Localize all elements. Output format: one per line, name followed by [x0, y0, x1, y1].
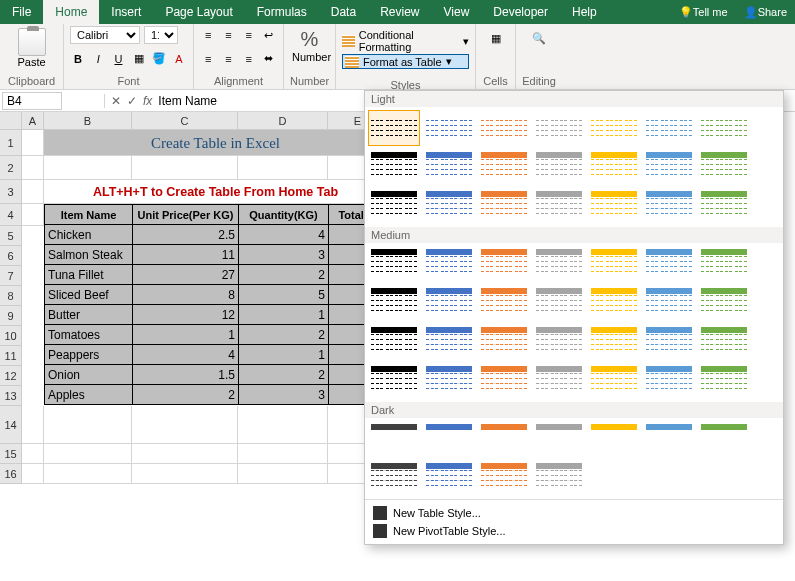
row-header-6[interactable]: 6 — [0, 246, 22, 266]
table-style-thumb[interactable] — [643, 285, 695, 321]
formula-input[interactable]: Item Name — [158, 94, 217, 108]
row-header-8[interactable]: 8 — [0, 286, 22, 306]
new-table-style[interactable]: New Table Style... — [373, 504, 775, 522]
tab-data[interactable]: Data — [319, 0, 368, 24]
table-style-thumb[interactable] — [643, 110, 695, 146]
table-style-thumb[interactable] — [368, 363, 420, 399]
font-color-button[interactable]: A — [171, 50, 187, 68]
table-style-thumb[interactable] — [478, 246, 530, 282]
tab-review[interactable]: Review — [368, 0, 431, 24]
table-style-thumb[interactable] — [698, 421, 750, 457]
table-style-thumb[interactable] — [478, 324, 530, 360]
table-cell[interactable]: 2.5 — [133, 225, 239, 245]
table-style-thumb[interactable] — [588, 421, 640, 457]
table-style-thumb[interactable] — [423, 110, 475, 146]
cells-button[interactable]: ▦ — [482, 26, 509, 45]
row-header-14[interactable]: 14 — [0, 406, 22, 444]
table-style-thumb[interactable] — [588, 363, 640, 399]
table-cell[interactable]: 4 — [239, 225, 329, 245]
align-center-button[interactable]: ≡ — [220, 50, 236, 68]
table-header[interactable]: Unit Price(Per KG) — [133, 205, 239, 225]
name-box[interactable] — [2, 92, 62, 110]
table-style-thumb[interactable] — [423, 149, 475, 185]
table-style-thumb[interactable] — [368, 460, 420, 496]
col-header-a[interactable]: A — [22, 112, 44, 130]
table-cell[interactable]: 27 — [133, 265, 239, 285]
table-style-thumb[interactable] — [698, 188, 750, 224]
table-style-thumb[interactable] — [368, 421, 420, 457]
table-style-thumb[interactable] — [533, 285, 585, 321]
table-style-thumb[interactable] — [423, 363, 475, 399]
tab-formulas[interactable]: Formulas — [245, 0, 319, 24]
align-right-button[interactable]: ≡ — [241, 50, 257, 68]
table-style-thumb[interactable] — [643, 363, 695, 399]
row-header-5[interactable]: 5 — [0, 226, 22, 246]
align-bottom-button[interactable]: ≡ — [241, 26, 257, 44]
table-style-thumb[interactable] — [588, 188, 640, 224]
tab-help[interactable]: Help — [560, 0, 609, 24]
table-style-thumb[interactable] — [533, 460, 585, 496]
tell-me[interactable]: 💡 Tell me — [671, 2, 736, 23]
table-style-thumb[interactable] — [588, 246, 640, 282]
table-style-thumb[interactable] — [478, 460, 530, 496]
table-style-thumb[interactable] — [698, 110, 750, 146]
table-style-thumb[interactable] — [533, 363, 585, 399]
table-cell[interactable]: 2 — [239, 325, 329, 345]
new-pivot-style[interactable]: New PivotTable Style... — [373, 522, 775, 540]
tab-insert[interactable]: Insert — [99, 0, 153, 24]
table-style-thumb[interactable] — [698, 246, 750, 282]
row-header-9[interactable]: 9 — [0, 306, 22, 326]
table-style-thumb[interactable] — [478, 188, 530, 224]
table-style-thumb[interactable] — [533, 246, 585, 282]
align-top-button[interactable]: ≡ — [200, 26, 216, 44]
border-button[interactable]: ▦ — [131, 50, 147, 68]
table-style-thumb[interactable] — [423, 246, 475, 282]
table-style-thumb[interactable] — [698, 363, 750, 399]
table-style-thumb[interactable] — [698, 324, 750, 360]
table-style-thumb[interactable] — [643, 188, 695, 224]
table-cell[interactable]: Salmon Steak — [45, 245, 133, 265]
table-cell[interactable]: 3 — [239, 385, 329, 405]
table-cell[interactable]: 1.5 — [133, 365, 239, 385]
table-cell[interactable]: 5 — [239, 285, 329, 305]
table-style-thumb[interactable] — [478, 421, 530, 457]
table-cell[interactable]: 11 — [133, 245, 239, 265]
align-left-button[interactable]: ≡ — [200, 50, 216, 68]
table-cell[interactable]: 2 — [239, 265, 329, 285]
font-name-select[interactable]: Calibri — [70, 26, 140, 44]
table-cell[interactable]: 1 — [239, 305, 329, 325]
subtitle-cell[interactable]: ALT+H+T to Create Table From Home Tab — [44, 180, 388, 204]
tab-developer[interactable]: Developer — [481, 0, 560, 24]
table-style-thumb[interactable] — [423, 460, 475, 496]
table-style-thumb[interactable] — [588, 110, 640, 146]
table-header[interactable]: Quantity(KG) — [239, 205, 329, 225]
table-style-thumb[interactable] — [478, 285, 530, 321]
table-style-thumb[interactable] — [423, 324, 475, 360]
table-cell[interactable]: 2 — [239, 365, 329, 385]
tab-page-layout[interactable]: Page Layout — [153, 0, 244, 24]
select-all-corner[interactable] — [0, 112, 22, 130]
table-style-thumb[interactable] — [588, 149, 640, 185]
row-header-15[interactable]: 15 — [0, 444, 22, 464]
table-style-thumb[interactable] — [533, 421, 585, 457]
col-header-c[interactable]: C — [132, 112, 238, 130]
row-header-16[interactable]: 16 — [0, 464, 22, 484]
table-style-thumb[interactable] — [643, 324, 695, 360]
table-cell[interactable]: Apples — [45, 385, 133, 405]
row-header-3[interactable]: 3 — [0, 180, 22, 204]
row-header-1[interactable]: 1 — [0, 130, 22, 156]
table-style-thumb[interactable] — [368, 324, 420, 360]
table-style-thumb[interactable] — [368, 110, 420, 146]
paste-button[interactable]: Paste — [6, 26, 57, 70]
bold-button[interactable]: B — [70, 50, 86, 68]
editing-button[interactable]: 🔍 — [522, 26, 556, 45]
table-style-thumb[interactable] — [698, 285, 750, 321]
table-header[interactable]: Item Name — [45, 205, 133, 225]
table-cell[interactable]: 8 — [133, 285, 239, 305]
merge-button[interactable]: ⬌ — [261, 50, 277, 68]
tab-home[interactable]: Home — [43, 0, 99, 24]
table-style-thumb[interactable] — [588, 285, 640, 321]
table-style-thumb[interactable] — [368, 246, 420, 282]
table-style-thumb[interactable] — [533, 110, 585, 146]
table-style-thumb[interactable] — [368, 285, 420, 321]
